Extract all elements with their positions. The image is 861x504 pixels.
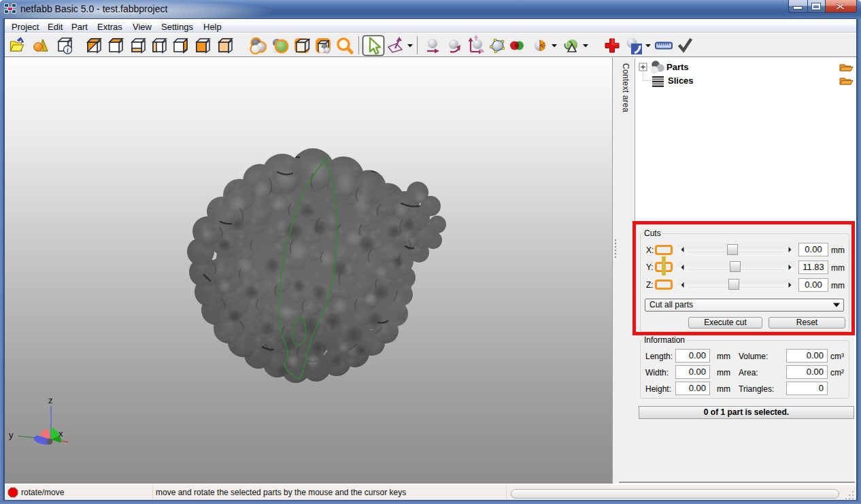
svg-text:x: x bbox=[58, 429, 63, 439]
svg-text:z: z bbox=[48, 395, 53, 405]
svg-text:i: i bbox=[67, 46, 69, 54]
svg-text:y: y bbox=[9, 430, 14, 440]
